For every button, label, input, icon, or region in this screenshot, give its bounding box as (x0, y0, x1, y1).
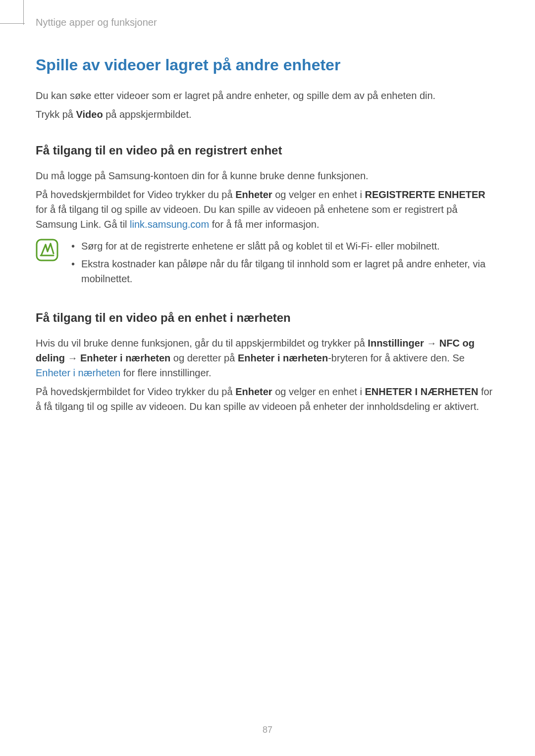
section1-paragraph-2: På hovedskjermbildet for Video trykker d… (36, 187, 499, 232)
section-heading-nearby: Få tilgang til en video på en enhet i næ… (36, 311, 499, 325)
crop-mark-vertical (23, 0, 24, 25)
text-segment: På hovedskjermbildet for Video trykker d… (36, 189, 235, 200)
text-segment: og velger en enhet i (272, 386, 365, 397)
text-segment: og deretter på (170, 353, 238, 363)
intro-paragraph-2: Trykk på Video på appskjermbildet. (36, 107, 499, 122)
text-segment: for flere innstillinger. (120, 367, 211, 378)
text-segment: og velger en enhet i (272, 189, 365, 200)
text-segment: -bryteren for å aktivere den. Se (328, 353, 465, 363)
note-list: Sørg for at de registrerte enhetene er s… (68, 239, 499, 289)
section1-paragraph-1: Du må logge på Samsung-kontoen din for å… (36, 168, 499, 183)
section-heading-registered: Få tilgang til en video på en registrert… (36, 144, 499, 157)
bold-text: Enheter i nærheten (80, 353, 170, 363)
bold-text: Enheter i nærheten (238, 353, 328, 363)
breadcrumb: Nyttige apper og funksjoner (36, 17, 499, 28)
bold-text: Enheter (235, 189, 272, 200)
note-item-2: Ekstra kostnader kan påløpe når du får t… (68, 256, 499, 286)
section2-paragraph-1: Hvis du vil bruke denne funksjonen, går … (36, 336, 499, 380)
text-segment: for å få mer informasjon. (209, 219, 319, 230)
page-title: Spille av videoer lagret på andre enhete… (36, 56, 499, 74)
page-content: Nyttige apper og funksjoner Spille av vi… (0, 0, 535, 414)
arrow-icon: → (65, 353, 80, 363)
crop-mark-horizontal (0, 23, 25, 24)
link-nearby-devices[interactable]: Enheter i nærheten (36, 367, 120, 378)
text-segment: Hvis du vil bruke denne funksjonen, går … (36, 338, 368, 349)
note-item-1: Sørg for at de registrerte enhetene er s… (68, 239, 499, 253)
bold-text: Video (76, 109, 103, 120)
bold-text: ENHETER I NÆRHETEN (365, 386, 478, 397)
text-segment: På hovedskjermbildet for Video trykker d… (36, 386, 235, 397)
section2-paragraph-2: På hovedskjermbildet for Video trykker d… (36, 384, 499, 414)
intro-paragraph-1: Du kan søke etter videoer som er lagret … (36, 88, 499, 103)
bold-text: Enheter (235, 386, 272, 397)
bold-text: REGISTRERTE ENHETER (365, 189, 485, 200)
page-number: 87 (0, 725, 535, 735)
arrow-icon: → (424, 338, 439, 349)
link-samsung[interactable]: link.samsung.com (130, 219, 209, 230)
text-segment: Trykk på (36, 109, 76, 120)
bold-text: Innstillinger (368, 338, 424, 349)
note-icon (36, 239, 58, 261)
note-block: Sørg for at de registrerte enhetene er s… (36, 239, 499, 289)
text-segment: på appskjermbildet. (103, 109, 192, 120)
